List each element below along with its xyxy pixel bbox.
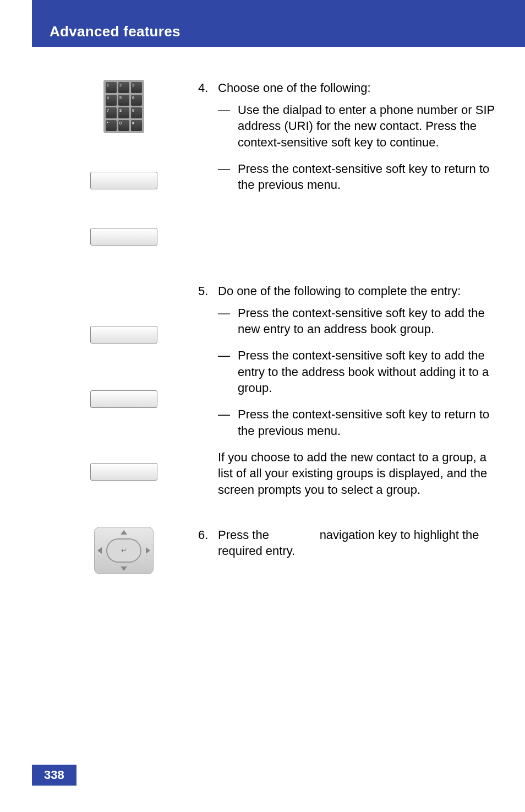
dash: — — [218, 305, 238, 337]
step-5-text: 5. Do one of the following to complete t… — [198, 283, 497, 498]
list-text: Press the context-sensitive soft key to … — [238, 161, 497, 193]
list-item: — Use the dialpad to enter a phone numbe… — [218, 102, 497, 151]
dialpad-key: 7 — [106, 107, 117, 118]
step-6-text: 6. Press the navigation key to highlight… — [198, 527, 497, 559]
dialpad-key: 9 — [131, 107, 142, 118]
dialpad-key: 0 — [118, 120, 129, 131]
step-text-part: Press the — [218, 528, 272, 542]
dash: — — [218, 347, 238, 396]
softkey-button[interactable] — [90, 390, 157, 408]
dialpad-key: 8 — [118, 107, 129, 118]
dialpad-key: 3 — [131, 82, 142, 93]
dash: — — [218, 102, 238, 151]
dialpad-key: 5 — [118, 95, 129, 106]
step-4-icons: 123456789*0# — [50, 80, 198, 246]
dialpad-key: * — [106, 120, 117, 131]
step-lead: Do one of the following to complete the … — [218, 283, 497, 299]
step-number: 5. — [198, 283, 218, 498]
list-text: Press the context-sensitive soft key to … — [238, 305, 497, 337]
dialpad-icon: 123456789*0# — [103, 80, 144, 133]
step-number: 4. — [198, 80, 218, 203]
step-body: Press the navigation key to highlight th… — [218, 527, 497, 559]
sub-list: — Use the dialpad to enter a phone numbe… — [218, 102, 497, 193]
step-4-text: 4. Choose one of the following: — Use th… — [198, 80, 497, 203]
list-item: — Press the context-sensitive soft key t… — [218, 161, 497, 193]
step-body: Do one of the following to complete the … — [218, 283, 497, 498]
list-text: Press the context-sensitive soft key to … — [238, 406, 497, 439]
dash: — — [218, 406, 238, 439]
dialpad-key: 1 — [106, 82, 117, 93]
header-title: Advanced features — [50, 23, 181, 40]
step-lead: Choose one of the following: — [218, 80, 497, 96]
softkey-button[interactable] — [90, 228, 157, 246]
header-bar: Advanced features — [32, 17, 525, 47]
step-number: 6. — [198, 527, 218, 559]
softkey-button[interactable] — [90, 172, 157, 189]
nav-key-icon: ↵ — [94, 527, 154, 574]
dash: — — [218, 161, 238, 193]
list-item: — Press the context-sensitive soft key t… — [218, 406, 497, 439]
dialpad-key: 4 — [106, 95, 117, 106]
list-item: — Press the context-sensitive soft key t… — [218, 305, 497, 337]
softkey-button[interactable] — [90, 463, 157, 481]
dialpad-key: 6 — [131, 95, 142, 106]
step-6-icons: ↵ — [50, 527, 198, 574]
sub-list: — Press the context-sensitive soft key t… — [218, 305, 497, 439]
dialpad-key: 2 — [118, 82, 129, 93]
header-top-band — [32, 0, 525, 17]
step-tail: If you choose to add the new contact to … — [218, 449, 497, 498]
left-gutter — [0, 0, 32, 812]
list-text: Use the dialpad to enter a phone number … — [238, 102, 497, 151]
step-5-row: 5. Do one of the following to complete t… — [50, 283, 497, 498]
dialpad-key: # — [131, 120, 142, 131]
softkey-button[interactable] — [90, 326, 157, 344]
step-4-row: 123456789*0# 4. Choose one of the follow… — [50, 80, 497, 246]
step-6-row: ↵ 6. Press the navigation key to highlig… — [50, 527, 497, 574]
page-number: 338 — [32, 765, 76, 786]
list-text: Press the context-sensitive soft key to … — [238, 347, 497, 396]
step-body: Choose one of the following: — Use the d… — [218, 80, 497, 203]
step-5-icons — [50, 283, 198, 481]
content-area: 123456789*0# 4. Choose one of the follow… — [50, 80, 497, 590]
list-item: — Press the context-sensitive soft key t… — [218, 347, 497, 396]
